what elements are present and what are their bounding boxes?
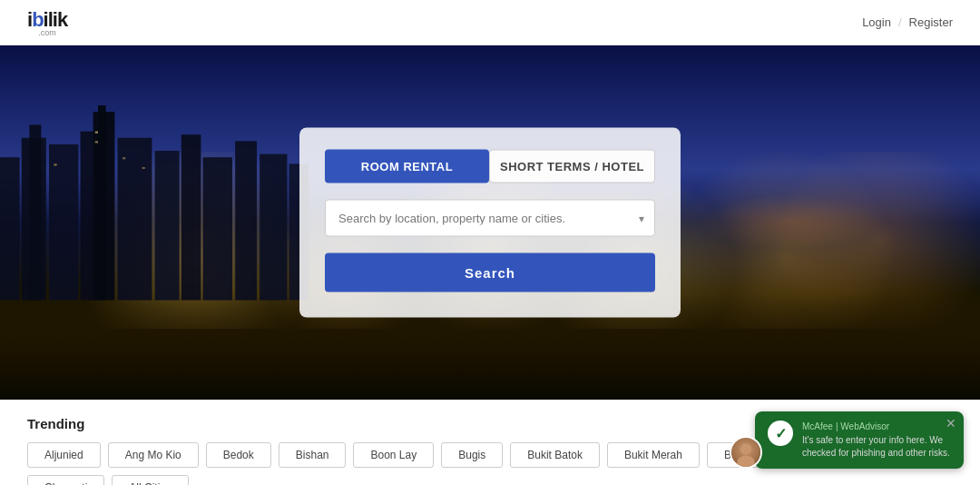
svg-rect-8 (155, 151, 180, 300)
nav-divider: / (898, 15, 902, 29)
svg-rect-18 (142, 167, 145, 169)
trending-tag[interactable]: Bishan (279, 442, 347, 468)
tab-short-terms[interactable]: SHORT TERMS / HOTEL (489, 150, 655, 183)
svg-rect-0 (0, 158, 20, 301)
mcafee-text: It's safe to enter your info here. Weche… (802, 434, 951, 460)
trending-tag[interactable]: Bukit Batok (510, 442, 600, 468)
svg-rect-12 (260, 154, 287, 301)
login-link[interactable]: Login (862, 15, 891, 29)
svg-rect-14 (95, 132, 98, 134)
register-link[interactable]: Register (909, 15, 953, 29)
mcafee-avatar (730, 436, 762, 469)
svg-point-19 (740, 443, 751, 454)
svg-rect-10 (203, 158, 232, 301)
svg-rect-3 (49, 144, 78, 301)
trending-tag[interactable]: Clementi (27, 475, 104, 485)
svg-rect-7 (118, 138, 152, 301)
mcafee-toast: ✓ McAfee | WebAdvisor It's safe to enter… (755, 411, 964, 469)
logo-area: ibilik .com (27, 8, 67, 37)
tab-room-rental[interactable]: ROOM RENTAL (325, 150, 489, 183)
logo-tagline: .com (38, 28, 56, 37)
svg-point-20 (737, 456, 755, 469)
search-button[interactable]: Search (325, 253, 655, 292)
hero-section: ROOM RENTAL SHORT TERMS / HOTEL ▾ Search (0, 45, 980, 400)
svg-rect-11 (235, 142, 257, 301)
hero-background: ROOM RENTAL SHORT TERMS / HOTEL ▾ Search (0, 45, 980, 400)
search-input-row: ▾ (325, 200, 655, 237)
trending-tag[interactable]: Ang Mo Kio (108, 442, 199, 468)
mcafee-check-icon: ✓ (768, 421, 793, 446)
trending-tag[interactable]: Boon Lay (353, 442, 434, 468)
svg-rect-6 (98, 105, 106, 301)
search-panel: ROOM RENTAL SHORT TERMS / HOTEL ▾ Search (299, 128, 681, 318)
svg-rect-17 (122, 158, 125, 160)
tab-row: ROOM RENTAL SHORT TERMS / HOTEL (325, 150, 655, 183)
trending-tag[interactable]: Aljunied (27, 442, 101, 468)
header: ibilik .com Login / Register (0, 0, 980, 45)
svg-rect-16 (54, 164, 56, 166)
svg-rect-15 (95, 142, 98, 144)
header-nav: Login / Register (862, 15, 953, 29)
svg-rect-9 (181, 134, 201, 300)
mcafee-brand: McAfee | WebAdvisor (802, 421, 951, 431)
mcafee-close-button[interactable]: ✕ (946, 417, 956, 430)
svg-rect-2 (29, 125, 41, 301)
avatar-face (731, 438, 760, 467)
trending-tag[interactable]: Bugis (441, 442, 503, 468)
trending-tag[interactable]: All Cities (112, 475, 189, 485)
trending-tag[interactable]: Bedok (206, 442, 271, 468)
trending-tag[interactable]: Bukit Merah (607, 442, 700, 468)
search-input[interactable] (325, 200, 655, 237)
mcafee-content: McAfee | WebAdvisor It's safe to enter y… (802, 421, 951, 460)
city-glow-right (701, 194, 882, 249)
